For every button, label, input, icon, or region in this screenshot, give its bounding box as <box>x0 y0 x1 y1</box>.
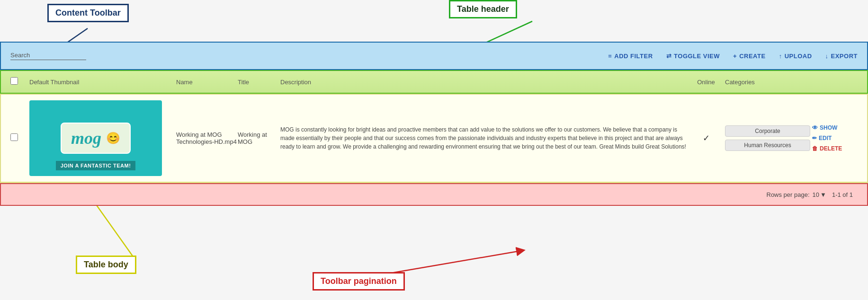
row-checkbox[interactable] <box>10 133 18 141</box>
edit-button[interactable]: ✏ EDIT <box>810 134 833 142</box>
row-categories-cell: Corporate Human Resources <box>725 125 810 151</box>
upload-button[interactable]: ↑ UPLOAD <box>779 53 812 60</box>
rows-per-page-dropdown[interactable]: 10 ▼ <box>813 191 826 198</box>
add-filter-button[interactable]: ≡ ADD FILTER <box>608 53 653 60</box>
thumbnail-brand-text: mog <box>71 128 101 148</box>
row-checkbox-cell <box>10 133 29 143</box>
chevron-down-icon: ▼ <box>820 191 826 198</box>
create-button[interactable]: + CREATE <box>733 53 766 60</box>
table-body-annotation: Table body <box>76 256 136 274</box>
select-all-checkbox[interactable] <box>10 77 18 85</box>
header-description: Description <box>280 79 687 86</box>
trash-icon: 🗑 <box>812 145 818 152</box>
show-button[interactable]: 👁 SHOW <box>810 124 839 132</box>
table-body: mog 😊 JOIN A FANTASTIC TEAM! Working at … <box>0 94 868 183</box>
header-online: Online <box>687 79 725 86</box>
table-row: mog 😊 JOIN A FANTASTIC TEAM! Working at … <box>1 95 867 182</box>
toggle-icon: ⇄ <box>666 53 672 60</box>
header-name: Name <box>176 79 238 86</box>
rows-per-page-area: Rows per page: 10 ▼ <box>767 191 826 198</box>
toggle-view-button[interactable]: ⇄ TOGGLE VIEW <box>666 53 720 60</box>
export-button[interactable]: ↓ EXPORT <box>825 53 858 60</box>
content-toolbar: Search ≡ ADD FILTER ⇄ TOGGLE VIEW + CREA… <box>0 42 868 70</box>
row-description-cell: MOG is constantly looking for bright ide… <box>280 125 687 151</box>
toolbar-actions: ≡ ADD FILTER ⇄ TOGGLE VIEW + CREATE ↑ UP… <box>608 53 858 60</box>
row-thumbnail-cell: mog 😊 JOIN A FANTASTIC TEAM! <box>29 100 176 176</box>
toolbar-pagination-annotation: Toolbar pagination <box>313 272 405 291</box>
content-toolbar-annotation: Content Toolbar <box>47 4 129 22</box>
plus-icon: + <box>733 53 737 60</box>
filter-icon: ≡ <box>608 53 612 60</box>
header-categories: Categories <box>725 79 810 86</box>
thumbnail-tagline: JOIN A FANTASTIC TEAM! <box>56 161 136 170</box>
table-header: Default Thumbnail Name Title Description… <box>0 70 868 94</box>
row-name-cell: Working at MOG Technologies-HD.mp4 <box>176 131 238 145</box>
pencil-icon: ✏ <box>812 135 817 141</box>
page-info: 1-1 of 1 <box>832 191 853 198</box>
header-thumbnail: Default Thumbnail <box>29 79 176 86</box>
search-area: Search <box>10 52 105 60</box>
rows-per-page-label: Rows per page: <box>767 191 810 198</box>
category-badge-hr: Human Resources <box>725 140 810 151</box>
delete-button[interactable]: 🗑 DELETE <box>810 144 844 153</box>
header-checkbox-cell <box>10 77 29 87</box>
pagination-toolbar: Rows per page: 10 ▼ 1-1 of 1 <box>0 183 868 206</box>
thumbnail-smiley: 😊 <box>106 132 120 145</box>
row-actions-cell: 👁 SHOW ✏ EDIT 🗑 DELETE <box>810 124 858 153</box>
upload-icon: ↑ <box>779 53 782 60</box>
thumbnail-image: mog 😊 JOIN A FANTASTIC TEAM! <box>29 100 162 176</box>
export-icon: ↓ <box>825 53 829 60</box>
header-title: Title <box>238 79 280 86</box>
search-input[interactable]: Search <box>10 52 105 59</box>
row-title-cell: Working at MOG <box>238 131 280 145</box>
table-header-annotation: Table header <box>449 0 517 18</box>
eye-icon: 👁 <box>812 124 818 131</box>
svg-line-3 <box>388 251 521 274</box>
row-online-cell: ✓ <box>687 133 725 143</box>
category-badge-corporate: Corporate <box>725 125 810 137</box>
